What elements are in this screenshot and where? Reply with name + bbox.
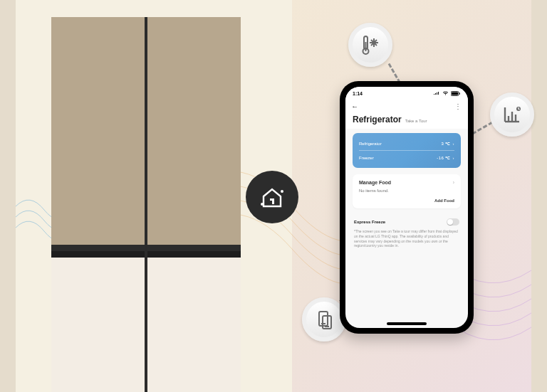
refrigerator-product <box>51 17 241 392</box>
home-indicator <box>387 322 427 325</box>
svg-rect-21 <box>459 92 460 95</box>
chevron-right-icon[interactable]: › <box>453 180 454 185</box>
svg-rect-20 <box>452 92 458 95</box>
express-freeze-label: Express Freeze <box>354 220 385 224</box>
add-food-button[interactable]: Add Food <box>359 198 454 203</box>
take-tour-link[interactable]: Take a Tour <box>405 119 427 123</box>
more-icon[interactable]: ⋮ <box>454 102 462 110</box>
statusbar-time: 1:14 <box>353 91 363 96</box>
freezer-temp-value: -16 ℃ <box>437 156 450 160</box>
freezer-temp-row[interactable]: Freezer -16 ℃› <box>359 153 454 162</box>
disclaimer-text: *The screen you see on Take a tour may d… <box>353 229 461 248</box>
svg-point-1 <box>281 190 283 193</box>
phone-mockup: 1:14 ← ⋮ Refrigerator Take a Tour Refrig… <box>340 81 474 334</box>
chevron-right-icon: › <box>453 142 454 146</box>
freezer-temp-label: Freezer <box>359 156 374 160</box>
manage-food-card: Manage Food › No items found. Add Food <box>353 174 461 208</box>
page-title: Refrigerator <box>353 115 402 125</box>
temperature-card[interactable]: Refrigerator 3 ℃› Freezer -16 ℃› <box>353 133 461 168</box>
divider <box>359 150 454 151</box>
express-freeze-row: Express Freeze <box>353 218 461 226</box>
fridge-temp-value: 3 ℃ <box>441 142 450 146</box>
app-content: Refrigerator 3 ℃› Freezer -16 ℃› Manage … <box>345 129 468 319</box>
signal-icon <box>433 91 440 95</box>
fridge-temp-label: Refrigerator <box>359 142 382 146</box>
promo-stage: 1:14 ← ⋮ Refrigerator Take a Tour Refrig… <box>0 0 547 392</box>
statusbar: 1:14 <box>345 87 468 100</box>
back-icon[interactable]: ← <box>351 102 358 110</box>
bar-chart-icon <box>490 92 534 137</box>
wifi-icon <box>442 91 449 95</box>
svg-point-0 <box>261 203 264 206</box>
thermometer-snowflake-icon <box>348 23 392 67</box>
app-header: ← ⋮ <box>345 100 468 115</box>
fridge-temp-row[interactable]: Refrigerator 3 ℃› <box>359 139 454 148</box>
manage-food-title: Manage Food <box>359 180 391 185</box>
chevron-right-icon: › <box>453 156 454 160</box>
phone-screen: 1:14 ← ⋮ Refrigerator Take a Tour Refrig… <box>345 87 468 328</box>
battery-icon <box>451 91 461 96</box>
fridge-divider-v <box>145 17 147 392</box>
manage-food-empty: No items found. <box>359 189 454 193</box>
page-title-row: Refrigerator Take a Tour <box>345 115 468 129</box>
statusbar-icons <box>433 91 461 96</box>
express-freeze-toggle[interactable] <box>447 218 459 226</box>
thinq-home-icon <box>246 171 298 223</box>
